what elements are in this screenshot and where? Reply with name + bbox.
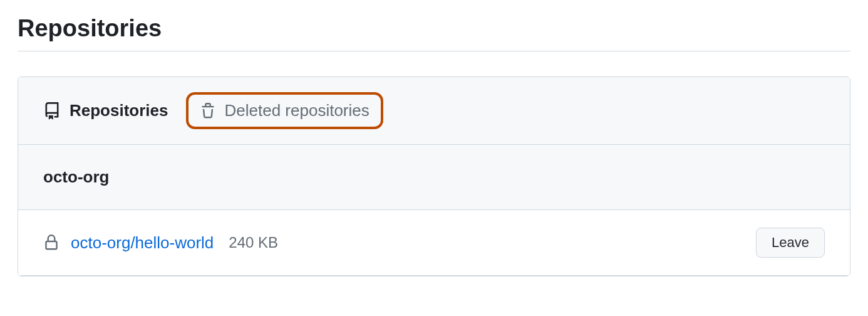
repo-row: octo-org/hello-world 240 KB Leave — [18, 210, 850, 276]
lock-icon — [43, 234, 59, 251]
tab-deleted-label: Deleted repositories — [225, 101, 369, 120]
tabs-container: Repositories Deleted repositories — [18, 77, 850, 145]
repo-icon — [43, 102, 61, 120]
repo-size: 240 KB — [229, 234, 278, 251]
leave-button[interactable]: Leave — [756, 228, 825, 258]
tab-deleted-repositories[interactable]: Deleted repositories — [200, 101, 369, 120]
repositories-panel: Repositories Deleted repositories octo-o… — [18, 76, 850, 276]
tab-repositories[interactable]: Repositories — [43, 101, 168, 120]
org-header: octo-org — [18, 145, 850, 210]
repo-link[interactable]: octo-org/hello-world — [71, 233, 214, 253]
page-title: Repositories — [18, 15, 850, 51]
trash-icon — [200, 103, 216, 119]
tab-repositories-label: Repositories — [70, 101, 168, 120]
org-name: octo-org — [43, 167, 825, 187]
highlight-deleted-tab: Deleted repositories — [186, 92, 383, 129]
repo-info: octo-org/hello-world 240 KB — [43, 233, 278, 253]
